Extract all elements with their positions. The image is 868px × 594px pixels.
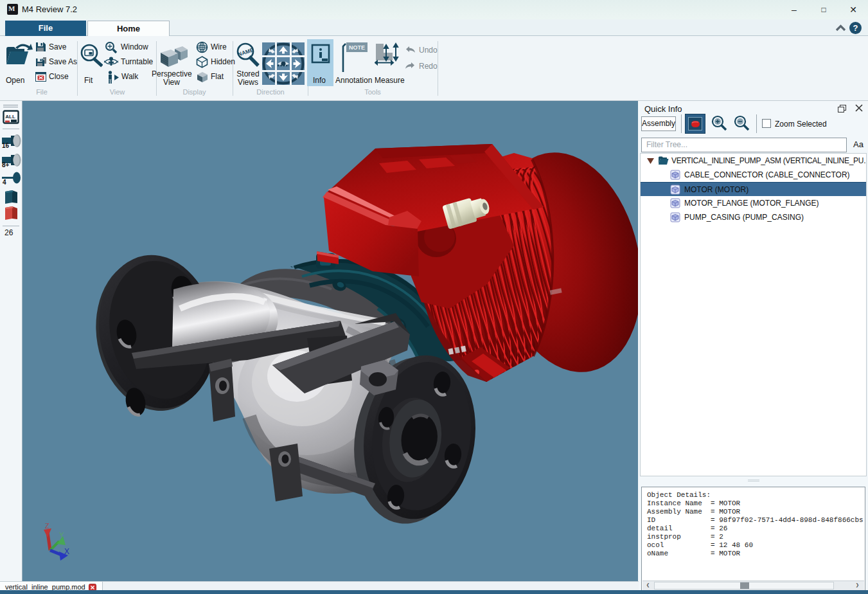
svg-text:Y: Y [59, 531, 64, 539]
svg-text:Z: Z [45, 522, 49, 530]
svg-text:NOTE: NOTE [349, 44, 365, 51]
svg-text:ALL: ALL [5, 114, 15, 120]
svg-text:X: X [64, 547, 69, 556]
